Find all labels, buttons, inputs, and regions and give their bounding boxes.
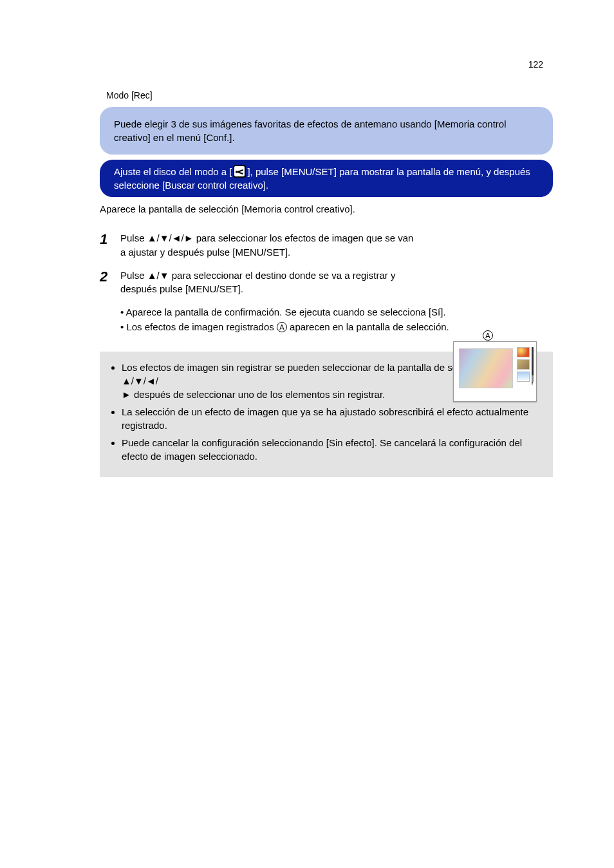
section-title: Modo [Rec] <box>106 90 553 100</box>
creative-mode-icon <box>233 165 246 178</box>
result-line: Aparece la pantalla de selección [Memori… <box>100 202 553 216</box>
instruction-text-1: Ajuste el disco del modo a [ <box>114 166 232 177</box>
note-2: La selección de un efecto de imagen que … <box>122 405 541 432</box>
step-1-text-a: Pulse <box>120 232 147 243</box>
dpad-right-arrow-icon: ► <box>122 389 131 400</box>
substep-b-pre: Los efectos de imagen registrados <box>126 321 276 332</box>
step-2: 2 Pulse ▲/▼ para seleccionar el destino … <box>100 269 553 297</box>
preview-thumb-2 <box>517 359 530 370</box>
preview-main-image <box>459 348 513 388</box>
step-1-body: Pulse ▲/▼/◄/► para seleccionar los efect… <box>120 231 416 259</box>
preview-thumb-3 <box>517 372 530 382</box>
stylus-icon <box>532 347 534 386</box>
step-1: 1 Pulse ▲/▼/◄/► para seleccionar los efe… <box>100 231 553 259</box>
marker-a-icon: A <box>277 322 287 332</box>
note-1-text-b: después de seleccionar uno de los elemen… <box>131 389 385 400</box>
preview-thumb-1 <box>517 347 530 357</box>
preview-thumb-stack <box>517 347 530 384</box>
substep-a-text: Aparece la pantalla de confirmación. Se … <box>126 307 446 317</box>
camera-screen-preview <box>453 341 537 402</box>
substep-a: • Aparece la pantalla de confirmación. S… <box>120 305 553 319</box>
instruction-callout: Ajuste el disco del modo a [], pulse [ME… <box>100 160 553 197</box>
step-2-number: 2 <box>100 269 120 284</box>
intro-callout: Puede elegir 3 de sus imágenes favoritas… <box>100 107 553 155</box>
step-2-body: Pulse ▲/▼ para seleccionar el destino do… <box>120 269 416 297</box>
dpad-arrows-icon: ▲/▼/◄/ <box>122 375 158 386</box>
dpad-arrows-icon: ▲/▼/◄/► <box>147 232 194 243</box>
note-3: Puede cancelar la configuración seleccio… <box>122 436 541 463</box>
steps-list: 1 Pulse ▲/▼/◄/► para seleccionar los efe… <box>100 231 553 296</box>
figure-marker-a: A <box>483 330 493 341</box>
step-1-number: 1 <box>100 231 120 247</box>
page-number: 122 <box>528 59 543 70</box>
figure: A <box>453 341 537 402</box>
marker-a-icon: A <box>483 330 493 341</box>
substep-b-post: aparecen en la pantalla de selección. <box>290 321 449 332</box>
dpad-arrows-vertical-icon: ▲/▼ <box>147 270 169 281</box>
step-2-text-a: Pulse <box>120 270 147 281</box>
